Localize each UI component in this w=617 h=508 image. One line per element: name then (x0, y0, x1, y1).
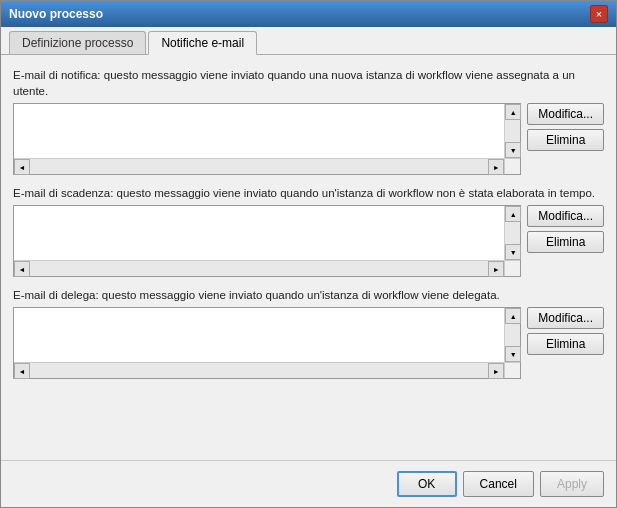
delegation-email-label: E-mail di delega: questo messaggio viene… (13, 287, 604, 303)
notification-email-corner (504, 158, 520, 174)
tab-definition[interactable]: Definizione processo (9, 31, 146, 54)
notification-email-input[interactable] (14, 104, 504, 158)
notification-email-vscrollbar: ▲ ▼ (504, 104, 520, 158)
expiry-email-vscroll-down[interactable]: ▼ (505, 244, 521, 260)
delegation-email-buttons: Modifica... Elimina (527, 307, 604, 355)
notification-email-vscroll-up[interactable]: ▲ (505, 104, 521, 120)
delegation-email-vscroll-up[interactable]: ▲ (505, 308, 521, 324)
expiry-email-hscroll-left[interactable]: ◄ (14, 261, 30, 277)
content-area: E-mail di notifica: questo messaggio vie… (1, 55, 616, 460)
notification-email-delete-button[interactable]: Elimina (527, 129, 604, 151)
delegation-email-body: ▲ ▼ ◄ ► Modifica... Elimina (13, 307, 604, 379)
delegation-email-vscroll-down[interactable]: ▼ (505, 346, 521, 362)
delegation-email-edit-button[interactable]: Modifica... (527, 307, 604, 329)
notification-email-hscroll-left[interactable]: ◄ (14, 159, 30, 175)
expiry-email-textarea-box: ▲ ▼ ◄ ► (13, 205, 521, 277)
delegation-email-vscrollbar: ▲ ▼ (504, 308, 520, 362)
notification-email-body: ▲ ▼ ◄ ► Modifica... Elimina (13, 103, 604, 175)
notification-email-buttons: Modifica... Elimina (527, 103, 604, 151)
expiry-email-hscroll-right[interactable]: ► (488, 261, 504, 277)
bottom-bar: OK Cancel Apply (1, 460, 616, 507)
notification-email-vscroll-track (505, 120, 520, 142)
expiry-email-body: ▲ ▼ ◄ ► Modifica... Elimina (13, 205, 604, 277)
notification-email-label: E-mail di notifica: questo messaggio vie… (13, 67, 604, 99)
cancel-button[interactable]: Cancel (463, 471, 534, 497)
ok-button[interactable]: OK (397, 471, 457, 497)
expiry-email-label: E-mail di scadenza: questo messaggio vie… (13, 185, 604, 201)
tab-notifications[interactable]: Notifiche e-mail (148, 31, 257, 55)
expiry-email-buttons: Modifica... Elimina (527, 205, 604, 253)
expiry-email-input[interactable] (14, 206, 504, 260)
delegation-email-corner (504, 362, 520, 378)
expiry-email-hscroll-track (30, 261, 488, 276)
expiry-email-vscrollbar: ▲ ▼ (504, 206, 520, 260)
delegation-email-hscroll-track (30, 363, 488, 378)
expiry-email-edit-button[interactable]: Modifica... (527, 205, 604, 227)
expiry-email-textarea-main (14, 206, 504, 260)
main-window: Nuovo processo × Definizione processo No… (0, 0, 617, 508)
notification-email-textarea-box: ▲ ▼ ◄ ► (13, 103, 521, 175)
window-title: Nuovo processo (9, 7, 103, 21)
notification-email-hscrollbar: ◄ ► (14, 158, 504, 174)
expiry-email-vscroll-up[interactable]: ▲ (505, 206, 521, 222)
expiry-email-vscroll-track (505, 222, 520, 244)
notification-email-hscroll-track (30, 159, 488, 174)
notification-email-edit-button[interactable]: Modifica... (527, 103, 604, 125)
expiry-email-section: E-mail di scadenza: questo messaggio vie… (13, 185, 604, 277)
delegation-email-textarea-main (14, 308, 504, 362)
title-bar: Nuovo processo × (1, 1, 616, 27)
notification-email-hscroll-right[interactable]: ► (488, 159, 504, 175)
delegation-email-input[interactable] (14, 308, 504, 362)
delegation-email-hscroll-right[interactable]: ► (488, 363, 504, 379)
delegation-email-vscroll-track (505, 324, 520, 346)
expiry-email-hscrollbar: ◄ ► (14, 260, 504, 276)
delegation-email-delete-button[interactable]: Elimina (527, 333, 604, 355)
expiry-email-corner (504, 260, 520, 276)
expiry-email-delete-button[interactable]: Elimina (527, 231, 604, 253)
delegation-email-section: E-mail di delega: questo messaggio viene… (13, 287, 604, 379)
tab-bar: Definizione processo Notifiche e-mail (1, 27, 616, 55)
delegation-email-hscrollbar: ◄ ► (14, 362, 504, 378)
notification-email-vscroll-down[interactable]: ▼ (505, 142, 521, 158)
apply-button[interactable]: Apply (540, 471, 604, 497)
notification-email-section: E-mail di notifica: questo messaggio vie… (13, 67, 604, 175)
delegation-email-textarea-box: ▲ ▼ ◄ ► (13, 307, 521, 379)
notification-email-textarea-main (14, 104, 504, 158)
close-button[interactable]: × (590, 5, 608, 23)
delegation-email-hscroll-left[interactable]: ◄ (14, 363, 30, 379)
